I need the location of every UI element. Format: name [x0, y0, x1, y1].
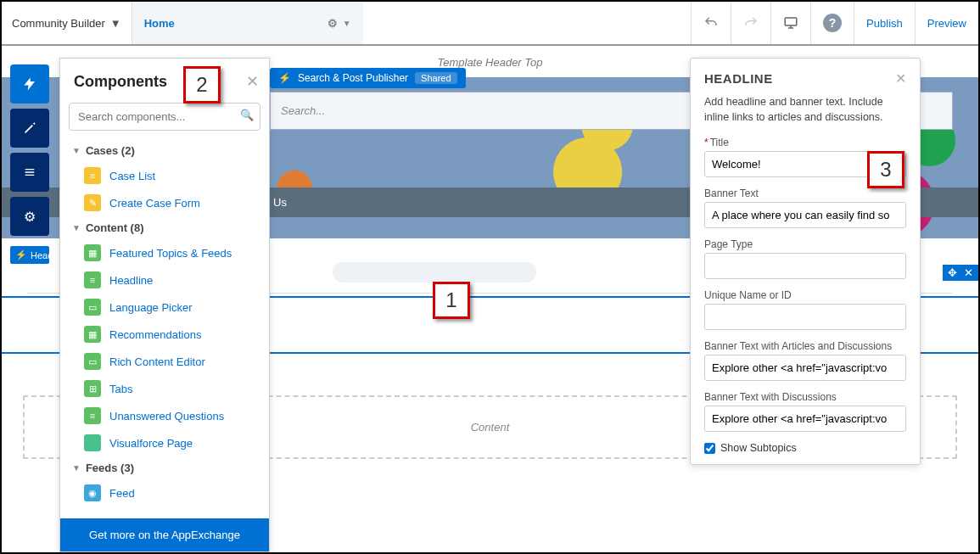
components-title: Components [74, 73, 167, 91]
chevron-down-icon: ▼ [72, 223, 81, 232]
callout-3: 3 [867, 151, 904, 188]
gear-icon[interactable]: ⚙ [328, 17, 338, 30]
title-label: *Title [704, 137, 906, 148]
left-nav-rail: ⚙ ⚡ Headli [10, 64, 49, 264]
component-label: Language Picker [109, 301, 193, 314]
callout-1: 1 [433, 282, 470, 319]
chevron-down-icon: ▼ [72, 463, 81, 473]
group-label: Content (8) [86, 221, 144, 234]
page-selector[interactable]: Home ⚙ ▼ [132, 2, 363, 44]
component-item[interactable]: ✎Create Case Form [69, 189, 260, 216]
caret-down-icon: ▼ [110, 17, 121, 30]
group-label: Feeds (3) [86, 462, 134, 474]
search-input[interactable] [69, 103, 260, 131]
component-icon: ⊞ [84, 380, 101, 397]
pill-placeholder [333, 262, 536, 283]
undo-button[interactable] [691, 2, 731, 44]
component-item[interactable]: ◉Feed [69, 479, 260, 506]
component-item[interactable]: ▭Rich Content Editor [69, 348, 260, 375]
bolt-icon: ⚡ [15, 249, 27, 260]
close-icon[interactable]: ✕ [246, 72, 259, 91]
banner-field[interactable] [704, 202, 906, 228]
close-icon[interactable]: ✕ [964, 266, 973, 279]
property-description: Add headline and banner text. Include in… [704, 95, 906, 125]
selected-component-chip[interactable]: ⚡ Headli [10, 246, 49, 264]
top-toolbar: Community Builder ▼ Home ⚙ ▼ ? Publish P… [2, 2, 978, 46]
banner-art-field[interactable] [704, 355, 906, 381]
component-item[interactable]: ≡Unanswered Questions [69, 402, 260, 429]
component-icon [84, 434, 101, 451]
component-group-header[interactable]: ▼Content (8) [69, 216, 260, 239]
component-icon: ✎ [84, 194, 101, 211]
component-label: Case List [109, 170, 155, 182]
rail-settings[interactable]: ⚙ [10, 197, 49, 236]
appexchange-link[interactable]: Get more on the AppExchange [60, 518, 269, 551]
component-label: Create Case Form [109, 197, 200, 210]
app-switcher[interactable]: Community Builder ▼ [2, 2, 132, 44]
page-name: Home [144, 17, 175, 30]
unique-field[interactable] [704, 304, 906, 330]
rail-pages[interactable] [10, 153, 49, 192]
subtopics-input[interactable] [704, 443, 715, 454]
redo-button[interactable] [731, 2, 770, 44]
component-icon: ▦ [84, 326, 101, 343]
component-icon: ▭ [84, 353, 101, 370]
help-button[interactable]: ? [810, 2, 854, 44]
component-icon: ▭ [84, 299, 101, 316]
svg-rect-0 [785, 18, 797, 25]
publish-button[interactable]: Publish [854, 2, 915, 44]
caret-down-icon[interactable]: ▼ [343, 19, 351, 28]
banner-label: Banner Text [704, 187, 906, 199]
callout-2: 2 [183, 66, 221, 104]
component-label: Visualforce Page [109, 437, 193, 450]
component-label: Headline [109, 274, 153, 287]
component-controls: ✥ ✕ [943, 265, 978, 281]
shared-badge: Shared [415, 72, 456, 84]
banner-disc-label: Banner Text with Discussions [704, 391, 906, 403]
component-label: Feed [109, 487, 135, 500]
component-label: Unanswered Questions [109, 410, 224, 422]
component-item[interactable]: ⊞Tabs [69, 375, 260, 402]
component-item[interactable]: ▭Language Picker [69, 294, 260, 321]
component-group-header[interactable]: ▼Feeds (3) [69, 456, 260, 479]
search-icon: 🔍 [240, 109, 254, 121]
component-label: Tabs [109, 383, 132, 395]
group-label: Cases (2) [86, 144, 135, 157]
rail-theme[interactable] [10, 109, 49, 148]
pagetype-label: Page Type [704, 238, 906, 250]
component-item[interactable]: Visualforce Page [69, 429, 260, 456]
banner-disc-field[interactable] [704, 406, 906, 432]
rail-components[interactable] [10, 64, 49, 104]
component-icon: ▦ [84, 244, 101, 261]
component-label: Featured Topics & Feeds [109, 247, 232, 260]
close-icon[interactable]: ✕ [895, 70, 906, 87]
component-label: Recommendations [109, 328, 201, 341]
app-name: Community Builder [12, 17, 105, 30]
component-item[interactable]: ≡Headline [69, 266, 260, 294]
property-panel: HEADLINE ✕ Add headline and banner text.… [690, 58, 921, 465]
desktop-view-button[interactable] [770, 2, 810, 44]
property-heading: HEADLINE [704, 71, 773, 86]
components-panel: Components ✕ 🔍 ▼Cases (2)≡Case List✎Crea… [59, 58, 270, 552]
component-label: Rich Content Editor [109, 355, 205, 368]
unique-label: Unique Name or ID [704, 289, 906, 301]
component-item[interactable]: ▦Recommendations [69, 321, 260, 348]
preview-button[interactable]: Preview [915, 2, 978, 44]
builder-canvas: Template Header Top ⚡ Search & Post Publ… [2, 48, 978, 552]
chevron-down-icon: ▼ [72, 146, 81, 155]
banner-art-label: Banner Text with Articles and Discussion… [704, 340, 906, 352]
bolt-icon: ⚡ [278, 72, 291, 84]
gear-icon: ⚙ [24, 209, 36, 225]
move-icon[interactable]: ✥ [948, 266, 957, 279]
component-icon: ≡ [84, 167, 101, 184]
subtopics-checkbox[interactable]: Show Subtopics [704, 442, 906, 454]
component-icon: ≡ [84, 407, 101, 424]
component-item[interactable]: ≡Case List [69, 162, 260, 189]
component-tag-search[interactable]: ⚡ Search & Post Publisher Shared [270, 68, 466, 88]
component-icon: ≡ [84, 271, 101, 288]
help-icon: ? [823, 14, 842, 32]
component-icon: ◉ [84, 484, 101, 501]
pagetype-field[interactable] [704, 253, 906, 279]
component-item[interactable]: ▦Featured Topics & Feeds [69, 239, 260, 266]
component-group-header[interactable]: ▼Cases (2) [69, 139, 260, 162]
